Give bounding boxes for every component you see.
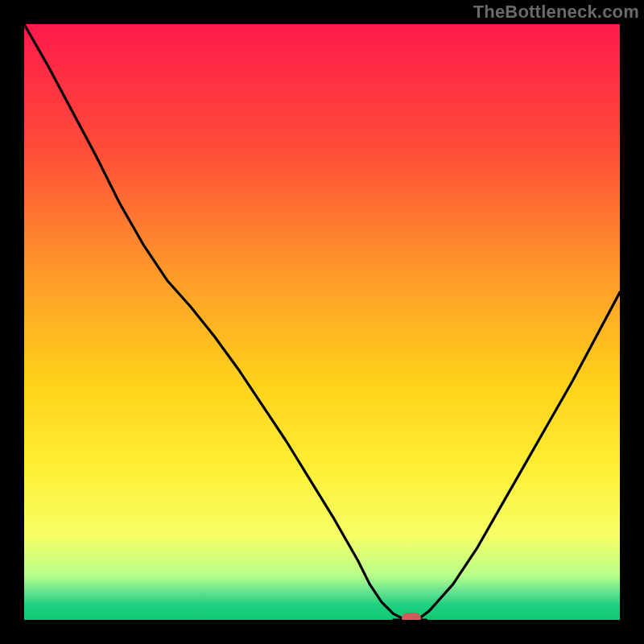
bottleneck-chart — [0, 0, 644, 644]
plot-area — [24, 24, 620, 620]
optimal-marker — [402, 613, 421, 624]
watermark-text: TheBottleneck.com — [473, 2, 639, 23]
chart-container: TheBottleneck.com — [0, 0, 644, 644]
